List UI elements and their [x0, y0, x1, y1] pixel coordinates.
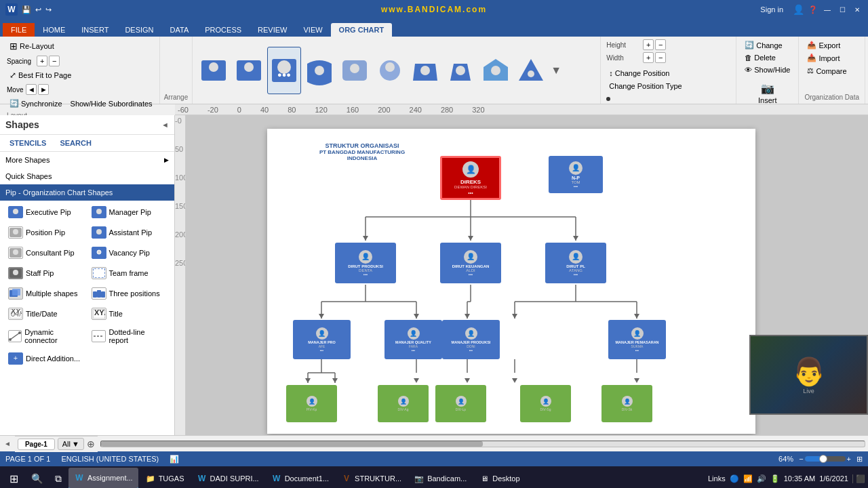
change-position-button[interactable]: ↕Change Position — [606, 68, 672, 79]
shape-btn-6[interactable] — [373, 47, 407, 94]
canvas-area[interactable]: STRUKTUR ORGANISASI PT BANGDAD MANUFACTU… — [186, 115, 868, 435]
zoom-track[interactable] — [805, 456, 846, 462]
zoom-out-btn[interactable]: − — [799, 455, 803, 463]
taskbar-struktur[interactable]: V STRUKTUR... — [336, 468, 407, 488]
best-fit-button[interactable]: ⤢ Best Fit to Page — [7, 69, 74, 81]
taskbar-document1[interactable]: W Document1... — [266, 468, 334, 488]
tab-process[interactable]: PROCESS — [197, 23, 250, 37]
tab-view[interactable]: VIEW — [295, 23, 330, 37]
team-frame-shape[interactable]: Team frame — [89, 264, 170, 282]
mgr-quality-node[interactable]: 👤 MANAJER QUALITY FARA ••• — [384, 320, 442, 359]
shape-btn-8[interactable] — [443, 47, 477, 94]
tab-design[interactable]: DESIGN — [117, 23, 161, 37]
three-positions-shape[interactable]: Three positions — [89, 285, 170, 302]
quick-access-save[interactable]: 💾 — [22, 5, 31, 14]
shape-btn-10[interactable] — [514, 47, 548, 94]
tab-insert[interactable]: INSERT — [73, 23, 117, 37]
re-layout-button[interactable]: ⊞ Re-Layout — [7, 39, 57, 53]
taskbar-dadi-supri[interactable]: W DADI SUPRI... — [191, 468, 264, 488]
tab-org-chart[interactable]: ORG CHART — [331, 23, 393, 37]
pip-org-chart-item[interactable]: Pip - Organization Chart Shapes — [0, 184, 174, 201]
page-tab-1[interactable]: Page-1 — [18, 439, 55, 450]
zoom-slider[interactable]: − + — [799, 455, 851, 463]
shape-btn-1[interactable] — [197, 47, 231, 94]
insert-button[interactable]: 📷 Insert — [755, 81, 780, 106]
scroll-canvas-left[interactable]: ◄ — [0, 439, 15, 449]
task-view-button[interactable]: ⧉ — [50, 468, 67, 488]
shape-btn-5[interactable] — [338, 47, 372, 94]
show-hide-subordinates-button[interactable]: Show/Hide Subordinates — [68, 98, 155, 109]
compare-button[interactable]: ⚖Compare — [804, 65, 859, 77]
shape-btn-7[interactable] — [408, 47, 442, 94]
minimize-button[interactable]: — — [822, 4, 833, 15]
direct-addition-shape[interactable]: + Direct Addition... — [5, 350, 86, 367]
dirut-keuangan-node[interactable]: 👤 DIRUT KEUANGAN ALDI ••• — [440, 243, 501, 283]
shape-btn-3[interactable]: ●●● — [267, 47, 301, 94]
mgr-pro-node[interactable]: 👤 MANAJER PRO AFE ••• — [293, 320, 351, 359]
taskbar-tugas[interactable]: 📁 TUGAS — [140, 468, 190, 488]
taskbar-bandicam[interactable]: 📷 Bandicam... — [408, 468, 472, 488]
spacing-minus-button[interactable]: − — [49, 56, 60, 66]
assistant-pip-shape[interactable]: Assistant Pip — [89, 224, 170, 241]
tab-review[interactable]: REVIEW — [250, 23, 295, 37]
shapes-scroll-btn[interactable]: ▼ — [549, 63, 563, 78]
scrollbar-thumb[interactable] — [101, 441, 483, 447]
close-button[interactable]: ✕ — [852, 4, 863, 15]
zoom-in-btn[interactable]: + — [847, 455, 851, 463]
horizontal-scrollbar[interactable] — [100, 441, 865, 447]
staff-5-node[interactable]: 👤 DIV-Sk — [601, 385, 652, 422]
synchronize-button[interactable]: 🔄Synchronize — [7, 98, 65, 109]
width-minus-button[interactable]: − — [655, 52, 666, 63]
more-shapes-item[interactable]: More Shapes ▶ — [0, 152, 174, 168]
staff-3-node[interactable]: 👤 DIV-Lp — [435, 385, 486, 422]
consultant-pip-shape[interactable]: Consultant Pip — [5, 244, 86, 262]
sign-in-button[interactable]: Sign in — [755, 4, 789, 15]
direks-node[interactable]: 👤 DIREKS DEWAN DIREKSI ••• — [440, 156, 501, 200]
mgr-produksi-node[interactable]: 👤 MANAJER PRODUKSI DONI ••• — [442, 320, 500, 359]
shape-btn-2[interactable] — [232, 47, 266, 94]
width-plus-button[interactable]: + — [643, 52, 654, 63]
quick-access-undo[interactable]: ↩ — [35, 5, 41, 14]
tab-home[interactable]: HOME — [35, 23, 73, 37]
help-icon[interactable]: ❓ — [808, 5, 818, 14]
all-pages-dropdown[interactable]: All ▼ — [58, 438, 84, 450]
title-shape[interactable]: XYZ Title — [89, 305, 170, 323]
tab-data[interactable]: DATA — [162, 23, 197, 37]
move-right-button[interactable]: ► — [38, 84, 49, 95]
maximize-button[interactable]: ☐ — [837, 4, 848, 15]
spacing-plus-button[interactable]: + — [37, 56, 47, 66]
expand-btn[interactable]: ⊞ — [856, 455, 863, 464]
import-button[interactable]: 📥Import — [804, 52, 859, 64]
start-button[interactable]: ⊞ — [3, 468, 24, 488]
quick-access-redo[interactable]: ↪ — [45, 5, 52, 14]
mgr-pemasaran-node[interactable]: 👤 MANAJER PEMASARAN SUKMA ••• — [608, 320, 666, 359]
tab-file[interactable]: FILE — [3, 23, 35, 37]
change-button[interactable]: 🔄Change — [742, 39, 793, 51]
search-button[interactable]: 🔍 — [26, 468, 48, 488]
manager-pip-shape[interactable]: Manager Pip — [89, 203, 170, 221]
vacancy-pip-shape[interactable]: Vacancy Pip — [89, 244, 170, 262]
executive-pip-shape[interactable]: Executive Pip — [5, 203, 86, 221]
show-hide-button[interactable]: 👁Show/Hide — [742, 64, 793, 75]
export-button[interactable]: 📤Export — [804, 39, 859, 51]
search-tab[interactable]: SEARCH — [56, 138, 95, 148]
title-date-shape[interactable]: XYZ04/12 Title/Date — [5, 305, 86, 323]
dirut-produksi-node[interactable]: 👤 DIRUT PRODUKSI DENTA ••• — [335, 243, 396, 283]
height-plus-button[interactable]: + — [643, 39, 654, 50]
dotted-line-shape[interactable]: Dotted-line report — [89, 325, 170, 347]
collapse-panel-button[interactable]: ◄ — [161, 121, 169, 129]
staff-pip-shape[interactable]: Staff Pip — [5, 264, 86, 282]
add-page-button[interactable]: ⊕ — [87, 439, 95, 449]
height-minus-button[interactable]: − — [655, 39, 666, 50]
taskbar-desktop[interactable]: 🖥 Desktop — [473, 468, 525, 488]
change-position-type-button[interactable]: Change Position Type — [606, 81, 684, 92]
shape-btn-4[interactable] — [302, 47, 336, 94]
zoom-handle[interactable] — [819, 455, 827, 463]
stencils-tab[interactable]: STENCILS — [5, 138, 50, 148]
dirut-pl-node[interactable]: 👤 DIRUT PL ATANG ••• — [545, 243, 606, 283]
show-desktop-btn[interactable]: ⬛ — [852, 474, 865, 483]
staff-4-node[interactable]: 👤 DIV-Sg — [520, 385, 571, 422]
shape-btn-9[interactable] — [479, 47, 513, 94]
taskbar-assignment[interactable]: W Assignment... — [68, 468, 138, 488]
staff-2-node[interactable]: 👤 DIV-Ag — [378, 385, 429, 422]
